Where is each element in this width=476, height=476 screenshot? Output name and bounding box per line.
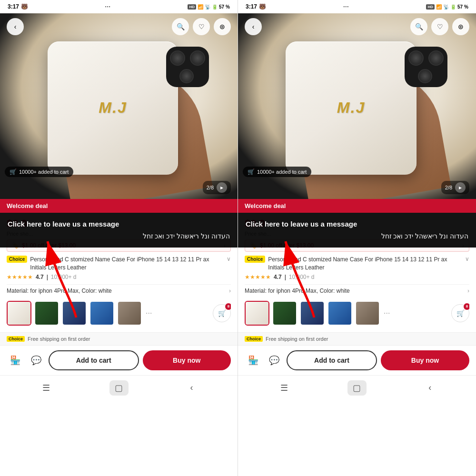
product-title-left: Personalised C stomized Name Case For iP…: [30, 256, 224, 272]
time-left: 3:17: [8, 3, 19, 10]
wifi-icon-r: 📡: [443, 4, 449, 10]
battery-pct: 57: [219, 4, 224, 10]
rating-row-right: ★★★★★ 4.7 | 10,000+ d: [245, 274, 469, 280]
cart-added-left: 🛒 10000+ added to cart: [5, 167, 73, 177]
hamburger-right[interactable]: ☰: [275, 380, 294, 396]
material-row-left[interactable]: Material: for iphon 4Pro Max, Color: whi…: [7, 284, 231, 297]
back-button-right[interactable]: ‹: [245, 18, 262, 35]
buy-now-btn-left[interactable]: Buy now: [143, 350, 231, 370]
camera-lens-3-right: [418, 69, 432, 83]
heart-button-left[interactable]: ♡: [193, 18, 210, 35]
nav-right-r: 🔍 ♡ ⊛: [410, 18, 469, 35]
expand-btn-left[interactable]: ∨: [227, 256, 231, 262]
share-button-left[interactable]: ⊛: [214, 18, 231, 35]
home-square-right[interactable]: ▢: [347, 380, 367, 396]
shipping-text-left: Free shipping on first order: [28, 336, 90, 342]
material-row-right[interactable]: Material: for iphon 4Pro Max, Color: whi…: [245, 284, 469, 297]
thumb-2-right[interactable]: [272, 301, 297, 326]
search-button-right[interactable]: 🔍: [410, 18, 427, 35]
product-info-right: Click here to leave us a message העדוה ו…: [238, 213, 476, 332]
share-button-right[interactable]: ⊛: [452, 18, 469, 35]
back-nav-left[interactable]: ‹: [182, 380, 201, 396]
rating-count-left: 10,000+ d: [51, 274, 77, 280]
left-panel: 3:17 🐻 ··· HD 📶 📡 🔋 57% M.J: [0, 0, 238, 476]
back-button-left[interactable]: ‹: [7, 18, 24, 35]
play-btn-left[interactable]: ▶: [217, 182, 227, 193]
thumbnails-row-right: ··· 🛒 8: [245, 301, 469, 326]
thumb-5-left[interactable]: [117, 301, 142, 326]
stars-left: ★★★★★: [7, 274, 33, 280]
cart-badge-btn-left[interactable]: 🛒 8: [213, 304, 231, 322]
camera-lens-1-right: [408, 50, 424, 66]
product-info-left: Click here to leave us a message העדוה ו…: [0, 213, 238, 332]
image-nav-right: ‹ 🔍 ♡ ⊛: [238, 13, 476, 40]
welcome-deal-left: Welcome deal: [0, 199, 238, 213]
thumb-1-left[interactable]: [7, 301, 31, 326]
camera-lens-3-left: [179, 69, 194, 83]
tooltip-en-left: Click here to leave us a message: [8, 219, 230, 229]
case-initials-right: M.J: [337, 99, 365, 117]
white-case-left: M.J: [48, 41, 178, 175]
buy-now-btn-right[interactable]: Buy now: [381, 350, 469, 370]
stars-right: ★★★★★: [245, 274, 271, 280]
rating-num-right: 4.7: [274, 274, 282, 280]
thumb-3-right[interactable]: [300, 301, 325, 326]
thumb-4-right[interactable]: [327, 301, 352, 326]
signal-icon-r: 📶: [436, 4, 442, 10]
rating-count-right: 10,000+ d: [289, 274, 315, 280]
thumb-5-right[interactable]: [355, 301, 380, 326]
add-to-cart-btn-left[interactable]: Add to cart: [49, 350, 139, 370]
wifi-icon: 📡: [205, 4, 210, 10]
back-nav-right[interactable]: ‹: [420, 380, 439, 396]
tooltip-he-right: העדוה ונל ריאשהל ידכ ואכ זחל: [246, 232, 468, 241]
cart-added-right: 🛒 10000+ added to cart: [243, 167, 311, 177]
play-btn-right[interactable]: ▶: [455, 182, 466, 193]
tooltip-right[interactable]: Click here to leave us a message העדוה ו…: [238, 213, 476, 248]
case-initials-left: M.J: [99, 99, 127, 117]
hd-badge-r: HD: [426, 4, 435, 10]
shop-icon-left[interactable]: 🏪: [7, 352, 24, 369]
heart-button-right[interactable]: ♡: [431, 18, 448, 35]
indicator-text-left: 2/8: [207, 185, 214, 190]
choice-badge-left: Choice: [7, 256, 27, 263]
search-button-left[interactable]: 🔍: [172, 18, 189, 35]
thumb-2-left[interactable]: [34, 301, 59, 326]
camera-lens-2-left: [190, 50, 205, 66]
rating-num-left: 4.7: [36, 274, 44, 280]
product-image-left: M.J ‹ 🔍 ♡ ⊛ 🛒 10000+ added to cart: [0, 13, 238, 199]
shipping-text-right: Free shipping on first order: [266, 336, 328, 342]
status-right-left: HD 📶 📡 🔋 57%: [188, 4, 230, 10]
bottom-nav-left: ☰ ▢ ‹: [0, 375, 238, 400]
chat-icon-right[interactable]: 💬: [266, 352, 283, 369]
thumb-4-left[interactable]: [89, 301, 114, 326]
camera-bump-left: [166, 47, 209, 87]
home-square-left[interactable]: ▢: [109, 380, 129, 396]
tooltip-en-right: Click here to leave us a message: [246, 219, 468, 229]
camera-lens-2-right: [428, 50, 444, 66]
shop-icon-right[interactable]: 🏪: [245, 352, 262, 369]
white-case-right: M.J: [286, 41, 416, 175]
chat-icon-left[interactable]: 💬: [28, 352, 45, 369]
product-title-right: Personalised C stomized Name Case For iP…: [268, 256, 462, 272]
image-indicator-right: 2/8 ▶: [441, 181, 469, 194]
action-bar-left: 🏪 💬 Add to cart Buy now: [0, 345, 238, 375]
shipping-bar-left: Choice Free shipping on first order: [0, 332, 238, 345]
rating-row-left: ★★★★★ 4.7 | 10,000+ d: [7, 274, 231, 280]
status-dots-right: ···: [343, 4, 349, 10]
thumb-1-right[interactable]: [245, 301, 269, 326]
battery-icon-r: 🔋: [450, 4, 456, 10]
choice-badge-right: Choice: [245, 256, 265, 263]
cart-added-icon-left: 🛒: [10, 169, 17, 175]
camera-lens-1-left: [170, 50, 185, 66]
add-to-cart-btn-right[interactable]: Add to cart: [287, 350, 377, 370]
emoji-icon-r: 🐻: [259, 3, 266, 10]
hamburger-left[interactable]: ☰: [37, 380, 56, 396]
expand-btn-right[interactable]: ∨: [465, 256, 469, 262]
cart-added-text-left: 10000+ added to cart: [19, 169, 69, 175]
thumb-3-left[interactable]: [62, 301, 87, 326]
cart-badge-num-right: 8: [464, 303, 469, 310]
cart-badge-btn-right[interactable]: 🛒 8: [451, 304, 469, 322]
material-text-left: Material: for iphon 4Pro Max, Color: whi…: [7, 288, 112, 294]
tooltip-left[interactable]: Click here to leave us a message העדוה ו…: [0, 213, 238, 248]
shipping-choice-right: Choice: [245, 336, 263, 342]
